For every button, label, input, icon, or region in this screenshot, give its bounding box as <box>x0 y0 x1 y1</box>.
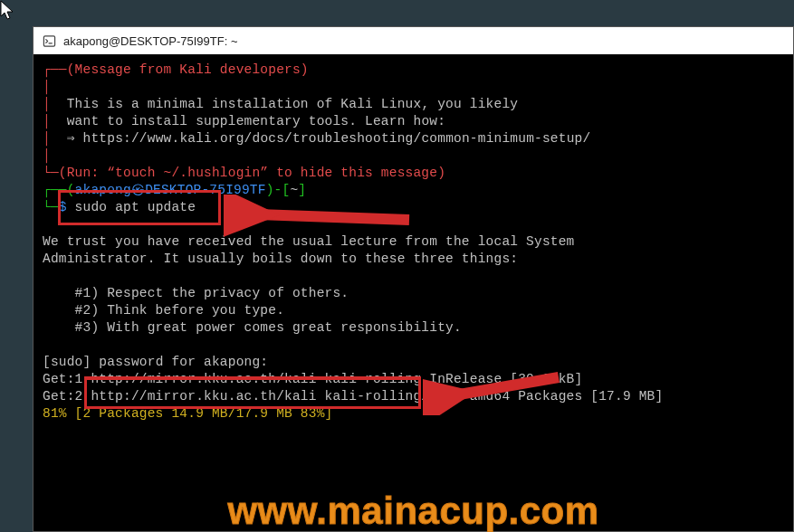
terminal-window: akapong@DESKTOP-75I99TF: ~ ┌──(Message f… <box>33 26 794 532</box>
terminal-output: ┌──(Message from Kali developers) │ │ Th… <box>43 62 784 423</box>
terminal-icon <box>43 34 56 48</box>
svg-rect-0 <box>43 35 54 45</box>
window-titlebar[interactable]: akapong@DESKTOP-75I99TF: ~ <box>33 27 793 54</box>
mouse-cursor-icon <box>0 0 16 22</box>
watermark: www.mainacup.com <box>33 502 793 519</box>
window-title: akapong@DESKTOP-75I99TF: ~ <box>63 34 238 48</box>
terminal-body[interactable]: ┌──(Message from Kali developers) │ │ Th… <box>33 54 793 531</box>
